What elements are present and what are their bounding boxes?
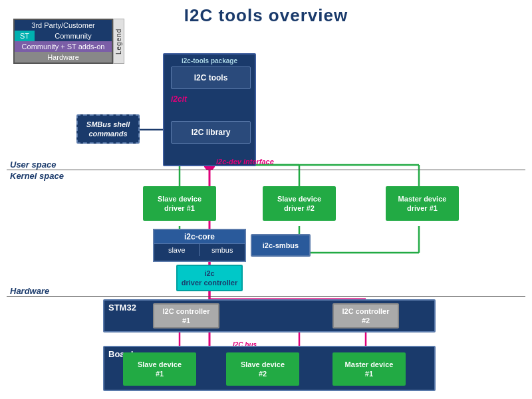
master-driver-1: Master device driver #1 xyxy=(386,186,459,221)
slave-driver-1: Slave device driver #1 xyxy=(143,186,216,221)
smbus-shell-box: SMBus shell commands xyxy=(76,114,140,144)
i2cit-label: i2cit xyxy=(171,94,187,104)
user-kernel-line xyxy=(7,170,525,170)
i2c-ctrl-2: I2C controller #2 xyxy=(332,303,399,329)
i2c-core-smbus: smbus xyxy=(200,244,245,256)
legend-community: Community xyxy=(35,31,112,41)
i2c-core-box: i2c-core slave smbus xyxy=(153,229,246,262)
i2c-tools-box: I2C tools xyxy=(171,66,251,89)
i2c-core-slave: slave xyxy=(154,244,200,256)
hardware-line xyxy=(7,296,525,297)
user-space-label: User space xyxy=(10,160,56,170)
legend-community-st: Community + ST adds-on xyxy=(15,41,112,52)
slave-driver-2: Slave device driver #2 xyxy=(263,186,336,221)
i2c-smbus-box: i2c-smbus xyxy=(251,234,311,257)
i2c-tools-package: i2c-tools package I2C tools i2cit I2C li… xyxy=(163,53,256,166)
i2c-core-label: i2c-core xyxy=(154,230,245,244)
package-label: i2c-tools package xyxy=(164,57,255,65)
legend-label: Legend xyxy=(113,19,124,64)
legend-hardware: Hardware xyxy=(15,52,112,63)
hardware-label: Hardware xyxy=(10,286,49,296)
legend-row-3rdparty: 3rd Party/Customer xyxy=(15,20,112,31)
legend-row-st-community: ST Community xyxy=(15,31,112,41)
legend-box: 3rd Party/Customer ST Community Communit… xyxy=(13,19,113,64)
legend-st: ST xyxy=(15,31,35,41)
i2c-core-bottom: slave smbus xyxy=(154,244,245,256)
i2c-ctrl-1: I2C controller #1 xyxy=(153,303,219,329)
board-slave-1: Slave device #1 xyxy=(123,352,196,386)
diagram-container: { "title": "I2C tools overview", "legend… xyxy=(0,0,532,399)
legend: 3rd Party/Customer ST Community Communit… xyxy=(13,19,124,64)
kernel-space-label: Kernel space xyxy=(10,171,64,181)
board-slave-2: Slave device #2 xyxy=(226,352,299,386)
stm32-label: STM32 xyxy=(108,303,136,313)
i2cdev-label: i2c-dev interface xyxy=(216,158,274,166)
i2c-library-box: I2C library xyxy=(171,121,251,144)
i2c-driver-controller: i2c driver controller xyxy=(176,265,243,291)
board-master-1: Master device #1 xyxy=(332,352,406,386)
